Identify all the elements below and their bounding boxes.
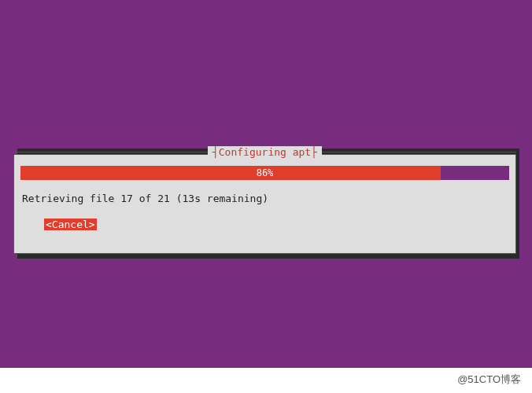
dialog-content: 86% Retrieving file 17 of 21 (13s remain… <box>14 155 515 238</box>
progress-bar: 86% <box>20 166 509 180</box>
title-bracket: ├ <box>311 146 317 158</box>
button-row: <Cancel> <box>20 219 509 230</box>
border-line-left <box>13 152 208 152</box>
status-text: Retrieving file 17 of 21 (13s remaining) <box>20 193 509 204</box>
dialog-title-bar: ┤ Configuring apt ├ <box>13 146 516 158</box>
dialog-title: ┤ Configuring apt ├ <box>208 146 322 158</box>
dialog-box: 86% Retrieving file 17 of 21 (13s remain… <box>13 154 516 254</box>
dialog-title-text: Configuring apt <box>219 146 311 158</box>
cancel-button[interactable]: <Cancel> <box>44 219 97 230</box>
progress-percent-label: 86% <box>20 166 509 180</box>
watermark-text: @51CTO博客 <box>457 373 521 387</box>
border-line-right <box>322 152 516 152</box>
title-bracket: ┤ <box>212 146 219 158</box>
terminal-background: ┤ Configuring apt ├ 86% Retrieving file … <box>0 0 532 368</box>
